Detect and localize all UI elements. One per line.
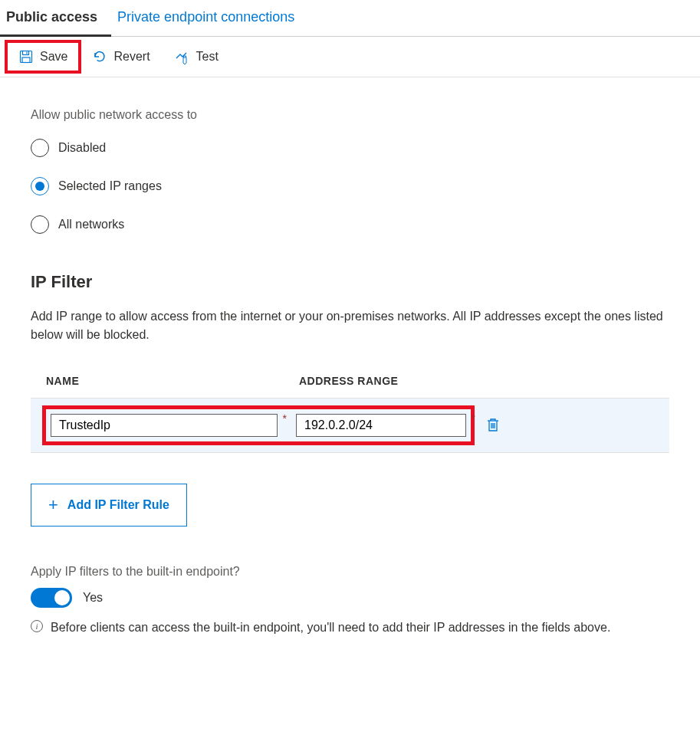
- svg-rect-3: [22, 57, 30, 63]
- save-button[interactable]: Save: [8, 43, 78, 71]
- ip-name-input[interactable]: [51, 414, 278, 437]
- ip-inputs-highlight: * *: [46, 409, 471, 441]
- toggle-thumb: [54, 590, 70, 605]
- required-asterisk: *: [283, 412, 287, 425]
- col-name-header: NAME: [46, 375, 299, 387]
- apply-filters-toggle[interactable]: [31, 588, 72, 608]
- apply-filters-label: Apply IP filters to the built-in endpoin…: [31, 565, 669, 579]
- info-icon: i: [31, 620, 43, 632]
- ip-filter-row: * *: [31, 398, 669, 453]
- radio-circle-icon: [31, 177, 49, 195]
- radio-dot-icon: [35, 182, 44, 191]
- ip-filter-title: IP Filter: [31, 272, 669, 292]
- save-icon: [18, 49, 34, 64]
- radio-selected-ip[interactable]: Selected IP ranges: [31, 177, 669, 195]
- network-access-radio-group: Disabled Selected IP ranges All networks: [31, 139, 669, 234]
- addr-input-wrap: *: [296, 414, 466, 437]
- tab-public-access[interactable]: Public access: [0, 0, 111, 37]
- ip-filter-desc: Add IP range to allow access from the in…: [31, 307, 669, 344]
- apply-info-row: i Before clients can access the built-in…: [31, 618, 669, 637]
- radio-all-networks-label: All networks: [58, 218, 124, 231]
- save-label: Save: [40, 50, 67, 64]
- test-label: Test: [196, 50, 219, 64]
- toggle-value-label: Yes: [83, 591, 103, 605]
- ip-address-input[interactable]: [296, 414, 466, 437]
- main-content: Allow public network access to Disabled …: [0, 77, 700, 652]
- tabs-bar: Public access Private endpoint connectio…: [0, 0, 700, 37]
- revert-label: Revert: [113, 50, 150, 64]
- add-rule-label: Add IP Filter Rule: [67, 498, 169, 512]
- add-ip-filter-rule-button[interactable]: + Add IP Filter Rule: [31, 484, 187, 527]
- col-addr-header: ADDRESS RANGE: [299, 375, 398, 387]
- apply-filters-section: Apply IP filters to the built-in endpoin…: [31, 565, 669, 637]
- network-access-label: Allow public network access to: [31, 108, 669, 122]
- radio-circle-icon: [31, 139, 49, 157]
- trash-icon: [486, 417, 500, 435]
- toolbar: Save Revert Test: [0, 37, 700, 77]
- revert-button[interactable]: Revert: [81, 43, 160, 71]
- radio-circle-icon: [31, 215, 49, 234]
- test-icon: [175, 49, 190, 64]
- svg-rect-1: [23, 51, 29, 55]
- apply-info-text: Before clients can access the built-in e…: [51, 618, 610, 637]
- ip-table-header: NAME ADDRESS RANGE: [31, 375, 669, 398]
- required-asterisk: *: [472, 412, 475, 425]
- radio-all-networks[interactable]: All networks: [31, 215, 669, 234]
- radio-selected-ip-label: Selected IP ranges: [58, 179, 162, 193]
- radio-disabled-label: Disabled: [58, 141, 106, 155]
- revert-icon: [92, 49, 107, 64]
- test-button[interactable]: Test: [164, 43, 229, 71]
- tab-private-endpoint[interactable]: Private endpoint connections: [111, 0, 308, 36]
- delete-ip-rule-button[interactable]: [486, 417, 500, 435]
- apply-filters-toggle-row: Yes: [31, 588, 669, 608]
- plus-icon: +: [48, 495, 58, 515]
- radio-disabled[interactable]: Disabled: [31, 139, 669, 157]
- name-input-wrap: *: [51, 414, 278, 437]
